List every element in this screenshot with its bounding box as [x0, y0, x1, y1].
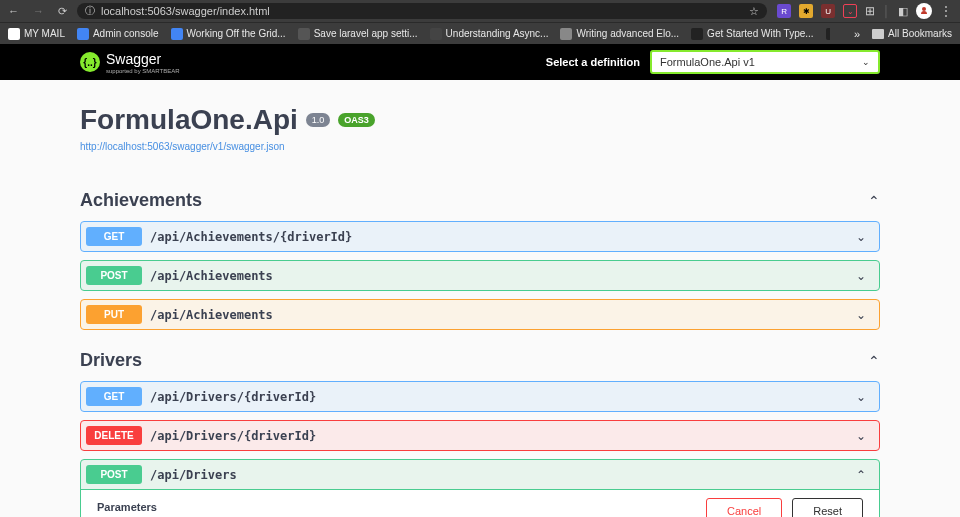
bookmark-label: MY MAIL [24, 28, 65, 39]
favicon [826, 28, 830, 40]
chevron-down-icon[interactable]: ⌄ [856, 269, 874, 283]
operation-get: GET/api/Drivers/{driverId}⌄ [80, 381, 880, 412]
side-panel-icon[interactable]: ◧ [898, 5, 908, 18]
extension-pocket-icon[interactable]: ⌄ [843, 4, 857, 18]
chevron-down-icon[interactable]: ⌄ [856, 390, 874, 404]
all-bookmarks[interactable]: All Bookmarks [872, 28, 952, 39]
chevron-down-icon: ⌄ [862, 57, 870, 67]
extension-react-icon[interactable]: R [777, 4, 791, 18]
bookmark-label: Understanding Async... [446, 28, 549, 39]
chevron-up-icon[interactable]: ⌃ [868, 353, 880, 369]
profile-avatar-icon[interactable] [916, 3, 932, 19]
method-badge: POST [86, 266, 142, 285]
chevron-up-icon[interactable]: ⌃ [868, 193, 880, 209]
operation-path: /api/Drivers/{driverId} [150, 390, 316, 404]
divider: │ [883, 5, 890, 17]
operation-path: /api/Drivers [150, 468, 237, 482]
swagger-logo[interactable]: {..} Swagger supported by SMARTBEAR [80, 50, 180, 74]
favicon [171, 28, 183, 40]
star-icon[interactable]: ☆ [749, 5, 759, 18]
favicon [560, 28, 572, 40]
oas-badge: OAS3 [338, 113, 375, 127]
operation-path: /api/Drivers/{driverId} [150, 429, 316, 443]
bookmark-item[interactable]: MY MAIL [8, 28, 65, 40]
bookmark-label: Get Started With Type... [707, 28, 814, 39]
method-badge: GET [86, 387, 142, 406]
bookmark-item[interactable]: Writing advanced Elo... [560, 28, 679, 40]
extension-vue-icon[interactable]: ✱ [799, 4, 813, 18]
operation-summary[interactable]: PUT/api/Achievements⌄ [81, 300, 879, 329]
favicon [77, 28, 89, 40]
site-info-icon[interactable]: ⓘ [85, 4, 95, 18]
reset-button[interactable]: Reset [792, 498, 863, 517]
method-badge: DELETE [86, 426, 142, 445]
tab-parameters[interactable]: Parameters [97, 501, 157, 518]
bookmark-item[interactable]: A regex cheatsheet fo... [826, 28, 830, 40]
chevron-down-icon[interactable]: ⌄ [856, 230, 874, 244]
operation-post: POST/api/Drivers⌃ParametersCancelResetNo… [80, 459, 880, 517]
more-menu-icon[interactable]: ⋮ [940, 4, 952, 18]
swagger-content: FormulaOne.Api 1.0 OAS3 http://localhost… [80, 80, 880, 517]
operation-path: /api/Achievements [150, 269, 273, 283]
operation-path: /api/Achievements/{driverId} [150, 230, 352, 244]
bookmark-label: Save laravel app setti... [314, 28, 418, 39]
section-title: Drivers [80, 350, 142, 371]
version-badge: 1.0 [306, 113, 331, 127]
operation-post: POST/api/Achievements⌄ [80, 260, 880, 291]
folder-icon [872, 29, 884, 39]
definition-selected: FormulaOne.Api v1 [660, 56, 755, 68]
bookmark-item[interactable]: Save laravel app setti... [298, 28, 418, 40]
browser-nav-bar: ← → ⟳ ⓘ localhost:5063/swagger/index.htm… [0, 0, 960, 22]
operation-summary[interactable]: POST/api/Achievements⌄ [81, 261, 879, 290]
bookmarks-bar: MY MAILAdmin consoleWorking Off the Grid… [0, 22, 960, 44]
address-bar[interactable]: ⓘ localhost:5063/swagger/index.html ☆ [77, 3, 767, 19]
operation-delete: DELETE/api/Drivers/{driverId}⌄ [80, 420, 880, 451]
operation-summary[interactable]: POST/api/Drivers⌃ [81, 460, 879, 489]
extension-redux-icon[interactable]: U [821, 4, 835, 18]
svg-point-1 [922, 7, 926, 11]
favicon [430, 28, 442, 40]
swagger-logo-icon: {..} [80, 52, 100, 72]
back-icon[interactable]: ← [8, 5, 19, 18]
favicon [298, 28, 310, 40]
bookmark-item[interactable]: Admin console [77, 28, 159, 40]
forward-icon[interactable]: → [33, 5, 44, 18]
chevron-up-icon[interactable]: ⌃ [856, 468, 874, 482]
api-title: FormulaOne.Api [80, 104, 298, 136]
section-header-achievements[interactable]: Achievements⌃ [80, 190, 880, 211]
swagger-brand: Swagger [106, 51, 161, 67]
operation-summary[interactable]: DELETE/api/Drivers/{driverId}⌄ [81, 421, 879, 450]
method-badge: PUT [86, 305, 142, 324]
cancel-button[interactable]: Cancel [706, 498, 782, 517]
operation-body: ParametersCancelResetNo parametersReques… [81, 489, 879, 517]
definition-label: Select a definition [546, 56, 640, 68]
operation-put: PUT/api/Achievements⌄ [80, 299, 880, 330]
bookmarks-overflow-icon[interactable]: » [854, 28, 860, 40]
operation-path: /api/Achievements [150, 308, 273, 322]
chevron-down-icon[interactable]: ⌄ [856, 429, 874, 443]
bookmark-label: Working Off the Grid... [187, 28, 286, 39]
bookmark-label: Admin console [93, 28, 159, 39]
section-title: Achievements [80, 190, 202, 211]
url-text: localhost:5063/swagger/index.html [101, 5, 270, 17]
bookmark-label: Writing advanced Elo... [576, 28, 679, 39]
method-badge: GET [86, 227, 142, 246]
operation-get: GET/api/Achievements/{driverId}⌄ [80, 221, 880, 252]
operation-summary[interactable]: GET/api/Drivers/{driverId}⌄ [81, 382, 879, 411]
definition-select[interactable]: FormulaOne.Api v1 ⌄ [650, 50, 880, 74]
method-badge: POST [86, 465, 142, 484]
extensions-icon[interactable]: ⊞ [865, 4, 875, 18]
section-header-drivers[interactable]: Drivers⌃ [80, 350, 880, 371]
favicon [8, 28, 20, 40]
operation-summary[interactable]: GET/api/Achievements/{driverId}⌄ [81, 222, 879, 251]
bookmark-item[interactable]: Working Off the Grid... [171, 28, 286, 40]
chevron-down-icon[interactable]: ⌄ [856, 308, 874, 322]
swagger-subbrand: supported by SMARTBEAR [106, 68, 180, 74]
swagger-json-link[interactable]: http://localhost:5063/swagger/v1/swagger… [80, 141, 285, 152]
favicon [691, 28, 703, 40]
swagger-topbar: {..} Swagger supported by SMARTBEAR Sele… [0, 44, 960, 80]
reload-icon[interactable]: ⟳ [58, 5, 67, 18]
bookmark-item[interactable]: Understanding Async... [430, 28, 549, 40]
bookmark-item[interactable]: Get Started With Type... [691, 28, 814, 40]
